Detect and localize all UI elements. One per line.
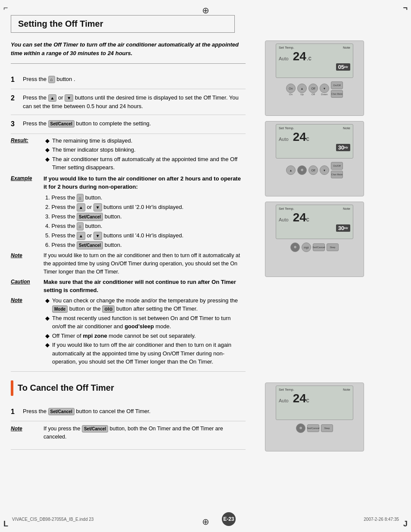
page-title: Setting the Off Timer [18,19,227,29]
r2-down-btn: ▼ [320,165,329,175]
r3-gear-btn: ⚙ [290,243,300,252]
cancel-note-btn-icon: Set/Cancel [82,425,108,432]
cancel-step-1: 1 Press the Set/Cancel button to cancel … [11,403,246,421]
result-row: Result: ◆ The remaining time is displaye… [11,137,246,173]
result-content: ◆ The remaining time is displayed. ◆ The… [44,137,246,173]
r4-gear-btn: ⚙ [296,423,305,433]
remote-screen-1: Set Temp. Note Auto 24 . c [276,44,353,78]
onoff-btn-icon: ⊙I⊙ [102,305,115,313]
example-heading: If you would like to turn the air condit… [44,174,246,191]
r2-off-btn: Off [308,165,318,175]
r2-chan-btn: Chan Mode [331,171,343,178]
note1-label: Note [11,252,41,259]
cancel-section: To Cancel the Off Timer 1 Press the Set/… [11,380,246,450]
r3-mpi-btn: mpi [302,243,311,252]
mode-btn-icon: Mode [52,305,68,313]
button-icon-1: ⌂ [48,76,55,83]
remote-screen-4: Set Temp. Note Auto 24 c [276,386,353,420]
remote-screen-2: Set Temp. Note Auto 24 c 30 [276,124,353,159]
bottom-bar: VIVACE_CIS_DB98-27055A_IB_E.indd 23 E-23… [0,512,411,526]
r3-sleep-btn: Sleep [327,243,339,251]
r1-onoff-btn: On/Off [331,81,343,89]
result-bullets: ◆ The remaining time is displayed. ◆ The… [45,137,246,172]
step-2: 2 Press the ▲ or ▼ buttons until the des… [11,89,246,115]
note2-bullet-1: ◆ You can check or change the mode and/o… [45,296,246,313]
ex-btn7: ▼ [93,232,102,240]
date-info: 2007-2-26 8:47:35 [364,517,399,522]
step-1: 1 Press the ⌂ button . [11,71,246,89]
step-1-num: 1 [11,75,20,84]
cancel-step-1-content: Press the Set/Cancel button to cancel th… [23,407,246,416]
example-content: If you would like to turn the air condit… [44,174,246,250]
cancel-note-content: If you press the Set/Cancel button, both… [44,425,246,441]
cancel-step-1-num: 1 [11,407,20,417]
ex-btn8: Set/Cancel [77,241,103,249]
r4-setcancel-btn: Set/Cancel [307,424,319,432]
ex-btn3: ▼ [93,203,102,212]
intro-text: You can set the Off Timer to turn off th… [11,40,246,64]
content-area: Setting the Off Timer You can set the Of… [11,15,400,523]
note2-content: ◆ You can check or change the mode and/o… [44,296,246,367]
r1-on-btn: On [286,84,296,93]
result-bullet-1: ◆ The remaining time is displayed. [45,137,246,145]
remote-display-1: Set Temp. Note Auto 24 . c [265,40,364,116]
cancel-section-title: To Cancel the Off Timer [18,383,114,393]
example-label: Example [11,174,41,182]
left-column: You can set the Off Timer to turn off th… [11,40,252,451]
button-down-icon: ▼ [65,94,73,102]
title-box: Setting the Off Timer [11,15,235,33]
remote-image-2: Set Temp. Note Auto 24 c 30 [265,121,364,196]
r1-off-btn: Off [308,84,318,93]
set-cancel-button-icon: Set/Cancel [48,120,75,128]
ex-btn6: ▲ [77,232,85,240]
note2-bullet-4: ◆ If you would like to turn off the air … [45,341,246,366]
remote-display-2: Set Temp. Note Auto 24 c 30 [265,121,364,196]
r1-chan-btn: Chan Mode [331,90,343,98]
cancel-title-box: To Cancel the Off Timer [11,380,246,396]
r2-onoff-btn: On/Off [331,162,343,170]
cancel-set-btn-icon: Set/Cancel [48,408,75,415]
main-layout: You can set the Off Timer to turn off th… [11,40,400,451]
r2-gear-btn: ⚙ [297,165,307,175]
ex-btn5: ⌂ [77,222,84,230]
r1-down-btn: ▼ [320,84,329,93]
example-row: Example If you would like to turn the ai… [11,174,246,250]
r1-up-btn: ▲ [297,84,307,93]
file-info: VIVACE_CIS_DB98-27055A_IB_E.indd 23 [12,517,93,522]
step-3-num: 3 [11,119,20,129]
r4-sleep-btn: Sleep [321,424,333,432]
remote-image-3: Set Temp. Note Auto 24 c 30 [265,202,364,277]
r2-up-btn: ▲ [286,165,296,175]
ex-btn1: ⌂ [77,194,84,202]
right-column: Set Temp. Note Auto 24 . c [252,40,377,451]
step-1-content: Press the ⌂ button . [23,75,246,84]
note1-row: Note If you would like to turn on the ai… [11,252,246,276]
note2-bullets: ◆ You can check or change the mode and/o… [45,296,246,366]
note2-label: Note [11,296,41,304]
caution-label: Caution [11,278,41,286]
note1-content: If you would like to turn on the air con… [44,252,246,276]
step-3: 3 Press the Set/Cancel button to complet… [11,115,246,134]
result-bullet-2: ◆ The timer indicator stops blinking. [45,146,246,154]
remote-image-1: Set Temp. Note Auto 24 . c [265,40,364,116]
remote-display-3: Set Temp. Note Auto 24 c 30 [265,202,364,277]
page-number: E-23 [222,512,236,526]
result-bullet-3: ◆ The air conditioner turns off automati… [45,155,246,172]
remote-screen-3: Set Temp. Note Auto 24 c 30 [276,205,353,239]
step-2-content: Press the ▲ or ▼ buttons until the desir… [23,93,246,110]
remote-display-4: Set Temp. Note Auto 24 c ⚙ [265,383,364,451]
note2-bullet-3: ◆ Off Timer of mpi zone mode cannot be s… [45,332,246,340]
note2-bullet-2: ◆ The most recently used function is set… [45,314,246,331]
example-steps: 1. Press the ⌂ button. 2. Press the ▲ or… [45,193,246,250]
cancel-note-label: Note [11,425,41,432]
r3-setcancel-btn: Set/Cancel [313,243,325,251]
step-3-content: Press the Set/Cancel button to complete … [23,119,246,128]
note2-row: Note ◆ You can check or change the mode … [11,296,246,372]
step-2-num: 2 [11,93,20,103]
remote-image-4: Set Temp. Note Auto 24 c ⚙ [265,383,364,451]
button-up-icon: ▲ [48,94,57,102]
cancel-title-bar [11,380,13,396]
cancel-note-row: Note If you press the Set/Cancel button,… [11,425,246,450]
ex-btn4: Set/Cancel [77,213,103,221]
page: ⌐ ¬ L J ⊕ ⊕ Setting the Off Timer You ca… [0,0,411,532]
